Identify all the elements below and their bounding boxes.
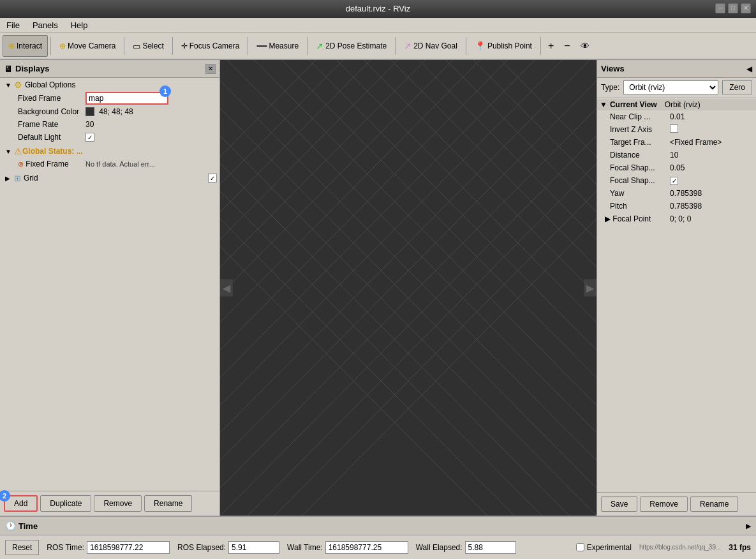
global-status-row[interactable]: ▼ ⚠ Global Status: ... [0, 145, 219, 158]
menu-panels[interactable]: Panels [29, 19, 62, 31]
3d-viewport[interactable] [220, 60, 597, 516]
viewport-right-arrow[interactable]: ▶ [584, 280, 597, 297]
yaw-value: 0.785398 [670, 189, 753, 198]
global-options-row[interactable]: ▼ ⚙ Global Options [0, 78, 219, 91]
views-title: Views [601, 64, 625, 73]
timebar: 🕐 Time ▶ [0, 516, 756, 535]
move-camera-icon: ⊕ [59, 41, 66, 50]
interact-label: Interact [17, 41, 42, 50]
tool-select[interactable]: ▭ Select [127, 35, 169, 57]
time-clock-icon: 🕐 [5, 521, 16, 531]
global-status-arrow[interactable]: ▼ [5, 148, 14, 155]
views-save-button[interactable]: Save [601, 496, 637, 512]
duplicate-button[interactable]: Duplicate [40, 495, 91, 512]
viewport-left-arrow[interactable]: ◀ [220, 280, 233, 297]
remove-tool-button[interactable]: − [560, 35, 574, 57]
view-near-clip: Near Clip ... 0.01 [597, 110, 756, 123]
focal-shape-1-name: Focal Shap... [600, 163, 670, 172]
grid-arrow[interactable]: ▶ [5, 175, 14, 182]
view-target-frame: Target Fra... <Fixed Frame> [597, 136, 756, 149]
grid-label: Grid [24, 174, 205, 183]
views-tree: ▼ Current View Orbit (rviz) Near Clip ..… [597, 98, 756, 296]
tool-measure[interactable]: — Measure [251, 35, 304, 57]
displays-spacer [0, 285, 219, 491]
2d-nav-icon: ↗ [404, 41, 411, 51]
ros-time-input[interactable] [87, 541, 170, 554]
experimental-checkbox[interactable] [576, 543, 584, 551]
fixed-frame-value: 1 [85, 92, 217, 105]
separator-4 [248, 37, 248, 55]
ros-time-field: ROS Time: [47, 541, 170, 554]
distance-name: Distance [600, 151, 670, 160]
global-options-arrow[interactable]: ▼ [5, 82, 14, 89]
err-icon: ⊗ [18, 160, 24, 168]
ros-time-label: ROS Time: [47, 543, 84, 552]
remove-display-button[interactable]: Remove [94, 495, 142, 512]
views-rename-button[interactable]: Rename [690, 496, 738, 512]
ros-elapsed-field: ROS Elapsed: [177, 541, 279, 554]
wall-time-label: Wall Time: [287, 543, 323, 552]
rename-button[interactable]: Rename [144, 495, 192, 512]
views-remove-button[interactable]: Remove [640, 496, 688, 512]
current-view-header[interactable]: ▼ Current View Orbit (rviz) [597, 99, 756, 110]
wall-time-input[interactable] [325, 541, 408, 554]
global-options-item: ▼ ⚙ Global Options Fixed Frame 1 [0, 78, 219, 144]
views-type-row: Type: Orbit (rviz) Zero [597, 78, 756, 98]
tool-2d-pose[interactable]: ↗ 2D Pose Estimate [310, 35, 392, 57]
grid-row[interactable]: ▶ ⊞ Grid ✓ [0, 172, 219, 184]
interact-icon: ⊕ [8, 41, 15, 50]
tool-interact[interactable]: ⊕ Interact [3, 35, 48, 57]
separator-5 [307, 37, 308, 55]
invert-z-checkbox[interactable] [670, 124, 678, 133]
views-type-select[interactable]: Orbit (rviz) [623, 80, 718, 94]
separator-8 [540, 37, 541, 55]
add-button[interactable]: 2 Add [4, 495, 38, 512]
views-type-label: Type: [601, 83, 619, 92]
global-status-item: ▼ ⚠ Global Status: ... ⊗ Fixed Frame No … [0, 144, 219, 171]
ros-elapsed-input[interactable] [228, 541, 279, 554]
target-frame-name: Target Fra... [600, 138, 670, 147]
menu-file[interactable]: File [3, 19, 24, 31]
frame-rate-prop: Frame Rate 30 [0, 118, 219, 131]
focal-point-arrow[interactable]: ▶ [605, 214, 611, 223]
color-swatch[interactable] [85, 107, 94, 116]
views-buttons: Save Remove Rename [597, 492, 756, 516]
tool-2d-nav[interactable]: ↗ 2D Nav Goal [398, 35, 463, 57]
fixed-frame-input[interactable] [85, 92, 168, 105]
views-zero-button[interactable]: Zero [722, 80, 752, 94]
2d-pose-icon: ↗ [316, 41, 323, 51]
reset-button[interactable]: Reset [5, 540, 39, 555]
tool-publish-point[interactable]: 📍 Publish Point [469, 35, 538, 57]
time-label: Time [19, 521, 38, 531]
wall-elapsed-input[interactable] [465, 541, 516, 554]
gear-icon: ⚙ [14, 80, 22, 90]
tool-move-camera[interactable]: ⊕ Move Camera [54, 35, 121, 57]
displays-buttons: 2 Add Duplicate Remove Rename [0, 491, 219, 516]
views-expand-icon: ◀ [746, 64, 752, 73]
select-icon: ▭ [133, 41, 140, 51]
current-view-arrow[interactable]: ▼ [600, 100, 607, 109]
maximize-button[interactable]: □ [728, 3, 738, 13]
default-light-value: ✓ [85, 133, 217, 142]
view-focal-point: ▶ Focal Point 0; 0; 0 [597, 212, 756, 225]
fixed-frame-input-wrapper: 1 [85, 92, 168, 105]
minimize-button[interactable]: ─ [715, 3, 725, 13]
distance-value: 10 [670, 151, 753, 160]
bg-color-text: 48; 48; 48 [99, 107, 133, 116]
displays-close-button[interactable]: ✕ [205, 64, 216, 74]
camera-view-button[interactable]: 👁 [576, 35, 594, 57]
grid-checkbox[interactable]: ✓ [208, 174, 217, 183]
add-tool-button[interactable]: + [544, 35, 558, 57]
fixed-frame-name: Fixed Frame [3, 94, 85, 103]
main-layout: 🖥 Displays ✕ ▼ ⚙ Global Options Fixed Fr… [0, 60, 756, 516]
fixed-frame-prop: Fixed Frame 1 [0, 91, 219, 105]
tool-focus-camera[interactable]: ✛ Focus Camera [175, 35, 246, 57]
focal-shape-2-checkbox[interactable]: ✓ [670, 177, 678, 185]
near-clip-name: Near Clip ... [600, 112, 670, 121]
close-button[interactable]: ✕ [741, 3, 751, 13]
displays-panel: 🖥 Displays ✕ ▼ ⚙ Global Options Fixed Fr… [0, 60, 220, 516]
focus-camera-icon: ✛ [181, 41, 188, 50]
svg-rect-0 [220, 60, 597, 516]
menu-help[interactable]: Help [67, 19, 92, 31]
default-light-checkbox[interactable]: ✓ [85, 133, 94, 142]
